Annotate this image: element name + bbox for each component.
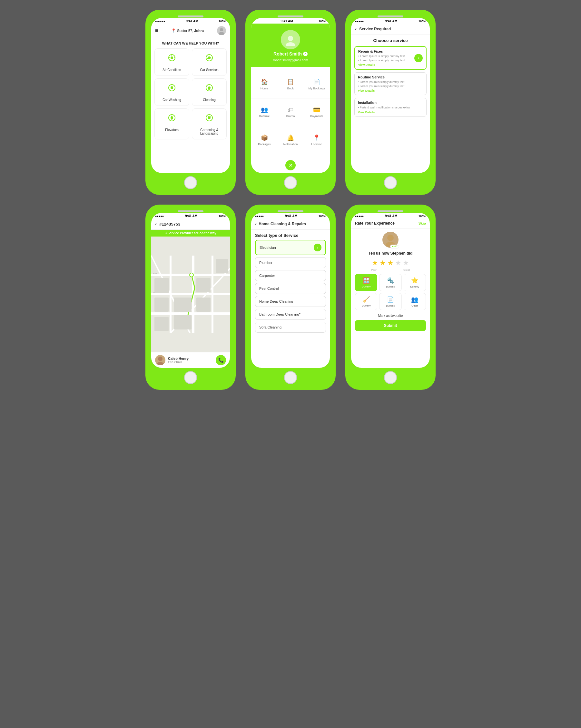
dummy-2-icon: 🔩 xyxy=(387,277,394,284)
skip-button[interactable]: Skip xyxy=(418,222,426,225)
p6-option-dummy-3[interactable]: ⭐ Dummy xyxy=(404,274,426,291)
battery-2: 100% xyxy=(319,20,326,23)
referral-icon: 👥 xyxy=(261,106,268,113)
p6-option-dummy-2[interactable]: 🔩 Dummy xyxy=(379,274,402,291)
top-row: ●●●●● 9:41 AM 100% ≡ 📍 Sector 57, Johra … xyxy=(145,10,436,195)
repair-view-details[interactable]: View Details xyxy=(358,63,423,67)
star-3[interactable]: ★ xyxy=(387,259,394,267)
svg-point-13 xyxy=(208,116,211,119)
service-item-pest-control[interactable]: Pest Control xyxy=(255,283,326,294)
service-item-electrician[interactable]: Electrician › xyxy=(255,240,326,255)
installation-view-details[interactable]: View Details xyxy=(358,111,423,114)
status-bar-3: ●●●●● 9:41 AM 100% xyxy=(351,18,430,24)
home-button-4[interactable] xyxy=(184,371,197,384)
p6-option-dummy-4[interactable]: 🧹 Dummy xyxy=(355,293,377,310)
home-deep-cleaning-label: Home Deep Cleaning xyxy=(259,300,293,303)
dummy-2-label: Dummy xyxy=(386,285,395,288)
cleaning-icon xyxy=(202,83,216,96)
service-card-installation[interactable]: Installation • Parts & wall modification… xyxy=(354,98,426,117)
poor-label: Poor xyxy=(371,268,377,271)
p2-profile-top: Robert Smith ✓ robert.smith@gmail.com xyxy=(251,24,330,67)
repair-arrow-btn[interactable]: › xyxy=(414,54,423,62)
phone-6-screen: ●●●●● 9:41 AM 100% Rate Your Experience … xyxy=(351,213,430,368)
repair-service-desc: • Lorem Ipsum is simply dummy text• Lore… xyxy=(358,54,423,62)
service-label-car-services: Car Services xyxy=(200,68,218,72)
submit-button[interactable]: Submit xyxy=(355,320,426,331)
p2-menu-home[interactable]: 🏠 Home xyxy=(251,70,277,98)
svg-rect-28 xyxy=(174,297,192,312)
service-item-bathroom-deep-cleaning[interactable]: Bathroom Deep Cleaning* xyxy=(255,309,326,320)
verified-icon: ✓ xyxy=(303,52,308,56)
menu-icon[interactable]: ≡ xyxy=(155,28,158,33)
back-button-3[interactable]: ‹ xyxy=(355,26,357,32)
home-button-2[interactable] xyxy=(284,176,297,189)
home-button-6[interactable] xyxy=(384,371,397,384)
dummy-3-icon: ⭐ xyxy=(411,277,418,284)
service-item-carpenter[interactable]: Carpenter xyxy=(255,270,326,281)
p2-close-button[interactable]: ✕ xyxy=(285,160,296,171)
home-menu-icon: 🏠 xyxy=(261,78,268,85)
svg-rect-29 xyxy=(196,297,211,312)
electrician-label: Electrician xyxy=(259,245,276,250)
other-icon: 👥 xyxy=(411,296,418,303)
p6-option-dummy-1[interactable]: 🪟 Dummy xyxy=(355,274,377,291)
p2-menu-packages[interactable]: 📦 Packages xyxy=(251,126,277,154)
status-bar-1: ●●●●● 9:41 AM 100% xyxy=(151,18,230,24)
status-bar-2: 9:41 AM 100% xyxy=(251,18,330,24)
call-button[interactable]: 📞 xyxy=(216,355,226,365)
star-1[interactable]: ★ xyxy=(372,259,378,267)
routine-view-details[interactable]: View Details xyxy=(358,89,423,92)
service-item-air-condition[interactable]: Air Condition xyxy=(155,48,189,76)
svg-rect-31 xyxy=(155,297,169,312)
time-3: 9:41 AM xyxy=(385,19,397,23)
home-button-5[interactable] xyxy=(284,371,297,384)
notch-3 xyxy=(378,16,403,18)
back-button-5[interactable]: ‹ xyxy=(255,221,257,227)
back-button-4[interactable]: ‹ xyxy=(155,221,157,227)
p2-menu-referral[interactable]: 👥 Referral xyxy=(251,98,277,127)
location-pin-icon: 📍 xyxy=(171,28,176,33)
p1-service-grid: Air Condition Car Services Car Washing xyxy=(151,48,230,142)
p5-header-title: Home Cleaning & Repairs xyxy=(258,222,306,226)
p1-avatar[interactable] xyxy=(217,26,226,35)
p2-menu-notification[interactable]: 🔔 Notification xyxy=(277,126,303,154)
svg-rect-30 xyxy=(196,278,211,292)
svg-point-0 xyxy=(220,28,223,31)
home-button-1[interactable] xyxy=(184,176,197,189)
p6-option-other[interactable]: 👥 Other xyxy=(404,293,426,310)
service-item-gardening[interactable]: Gardening & Landscaping xyxy=(192,108,227,139)
service-item-car-services[interactable]: Car Services xyxy=(192,48,227,76)
p6-star-rating[interactable]: ★ ★ ★ ★ ★ xyxy=(372,259,409,267)
p6-favourite-label[interactable]: Mark as favourite xyxy=(378,314,403,317)
p2-menu-location[interactable]: 📍 Location xyxy=(304,126,330,154)
service-item-car-washing[interactable]: Car Washing xyxy=(155,78,189,106)
p2-menu-payments[interactable]: 💳 Payments xyxy=(304,98,330,127)
p2-menu-my-bookings[interactable]: 📄 My Bookings xyxy=(304,70,330,98)
p2-avatar xyxy=(281,30,300,49)
service-card-repair[interactable]: Repair & Fixes • Lorem Ipsum is simply d… xyxy=(354,46,426,70)
p6-header: Rate Your Experience Skip xyxy=(351,218,430,229)
sofa-cleaning-label: Sofa Cleaning xyxy=(259,325,281,329)
star-4[interactable]: ★ xyxy=(395,259,402,267)
service-item-plumber[interactable]: Plumber xyxy=(255,257,326,268)
air-condition-icon xyxy=(165,53,178,66)
time-1: 9:41 AM xyxy=(186,19,198,23)
service-item-home-deep-cleaning[interactable]: Home Deep Cleaning xyxy=(255,296,326,307)
service-item-cleaning[interactable]: Cleaning xyxy=(192,78,227,106)
p2-menu-promo[interactable]: 🏷 Promo xyxy=(277,98,303,127)
service-card-routine[interactable]: Routine Service • Lorem Ipsum is simply … xyxy=(354,72,426,95)
p2-menu-book[interactable]: 📋 Book xyxy=(277,70,303,98)
svg-point-1 xyxy=(219,32,224,35)
p6-option-dummy-5[interactable]: 📄 Dummy xyxy=(379,293,402,310)
service-item-sofa-cleaning[interactable]: Sofa Cleaning xyxy=(255,322,326,333)
star-2[interactable]: ★ xyxy=(380,259,386,267)
home-button-3[interactable] xyxy=(384,176,397,189)
star-5[interactable]: ★ xyxy=(403,259,409,267)
location-menu-icon: 📍 xyxy=(313,134,320,141)
battery-6: 100% xyxy=(418,215,426,218)
promo-label: Promo xyxy=(286,114,295,118)
battery-1: 100% xyxy=(219,20,226,23)
service-item-elevators[interactable]: Elevators xyxy=(155,108,189,139)
signal-4: ●●●●● xyxy=(155,215,164,218)
driver-eta: ETA 21min xyxy=(168,360,213,364)
